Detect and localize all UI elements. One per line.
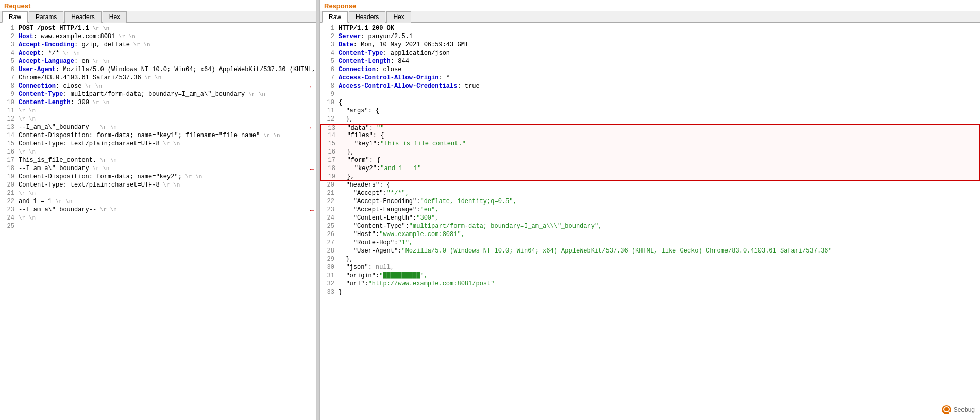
request-line-22: 22and 1 = 1 \r \n xyxy=(0,198,316,206)
response-line-33: 33} xyxy=(320,289,980,297)
response-code-area: 1HTTP/1.1 200 OK2Server: panyun/2.5.13Da… xyxy=(320,23,980,420)
response-tab-bar: Raw Headers Hex xyxy=(320,11,980,23)
response-line-10: 10{ xyxy=(320,99,980,107)
request-line-23: 23--I_am_a\"_boundary-- \r \n← xyxy=(0,206,316,214)
request-line-2: 2Host: www.example.com:8081 \r \n xyxy=(0,33,316,41)
response-line-32: 32 "url":"http://www.example.com:8081/po… xyxy=(320,280,980,289)
response-line-21: 21 "Accept":"*/*", xyxy=(320,190,980,198)
response-line-25: 25 "Content-Type":"multipart/form-data; … xyxy=(320,223,980,231)
request-line-18: 18--I_am_a\"_boundary \r \n← xyxy=(0,165,316,173)
response-line-12: 12 }, xyxy=(320,115,980,124)
request-line-4: 4Accept: */* \r \n xyxy=(0,49,316,58)
response-line-20: 20 "headers": { xyxy=(320,181,980,190)
response-line-6: 6Connection: close xyxy=(320,66,980,74)
response-line-14: 14 "files": { xyxy=(320,132,980,140)
response-line-26: 26 "Host":"www.example.com:8081", xyxy=(320,231,980,239)
response-tab-hex[interactable]: Hex xyxy=(386,11,411,23)
response-line-19: 19 }, xyxy=(320,173,980,181)
request-line-10: 10Content-Length: 300 \r \n xyxy=(0,99,316,107)
request-line-21: 21\r \n xyxy=(0,190,316,198)
request-tab-params[interactable]: Params xyxy=(29,11,63,23)
response-line-31: 31 "origin":"██████████", xyxy=(320,272,980,280)
response-line-27: 27 "Route-Hop":"1", xyxy=(320,239,980,247)
response-line-17: 17 "form": { xyxy=(320,157,980,165)
request-line-19: 19Content-Disposition: form-data; name="… xyxy=(0,173,316,181)
response-line-28: 28 "User-Agent":"Mozilla/5.0 (Windows NT… xyxy=(320,247,980,256)
request-line-6: 6User-Agent: Mozilla/5.0 (Windows NT 10.… xyxy=(0,66,316,74)
request-tab-hex[interactable]: Hex xyxy=(103,11,127,23)
response-line-8: 8Access-Control-Allow-Credentials: true xyxy=(320,82,980,91)
response-line-13: 13 "data": "" xyxy=(320,124,980,132)
request-line-16: 16\r \n xyxy=(0,148,316,157)
response-line-7: 7Access-Control-Allow-Origin: * xyxy=(320,74,980,82)
response-tab-headers[interactable]: Headers xyxy=(349,11,385,23)
response-line-23: 23 "Accept-Language":"en", xyxy=(320,206,980,214)
request-line-1: 1POST /post HTTP/1.1 \r \n xyxy=(0,25,316,33)
seebug-watermark: Seebug xyxy=(941,405,975,415)
response-line-22: 22 "Accept-Encoding":"deflate, identity;… xyxy=(320,198,980,206)
request-line-14: 14Content-Disposition: form-data; name="… xyxy=(0,132,316,140)
request-line-7: 7Chrome/83.0.4103.61 Safari/537.36 \r \n xyxy=(0,74,316,82)
response-line-15: 15 "key1":"This_is_file_content." xyxy=(320,140,980,148)
seebug-text: Seebug xyxy=(954,406,975,413)
request-line-15: 15Content-Type: text/plain;charset=UTF-8… xyxy=(0,140,316,148)
request-line-9: 9Content-Type: multipart/form-data; boun… xyxy=(0,91,316,99)
response-line-16: 16 }, xyxy=(320,148,980,157)
request-line-24: 24\r \n xyxy=(0,214,316,223)
request-tab-bar: Raw Params Headers Hex xyxy=(0,11,316,23)
response-line-11: 11 "args": { xyxy=(320,107,980,115)
response-line-30: 30 "json": null, xyxy=(320,264,980,272)
response-line-24: 24 "Content-Length":"300", xyxy=(320,214,980,223)
request-tab-headers[interactable]: Headers xyxy=(64,11,101,23)
response-tab-raw[interactable]: Raw xyxy=(322,11,348,23)
response-line-2: 2Server: panyun/2.5.1 xyxy=(320,33,980,41)
request-tab-raw[interactable]: Raw xyxy=(2,11,28,23)
request-line-8: 8Connection: close \r \n← xyxy=(0,82,316,91)
response-line-4: 4Content-Type: application/json xyxy=(320,49,980,58)
response-title: Response xyxy=(320,0,980,11)
request-line-3: 3Accept-Encoding: gzip, deflate \r \n xyxy=(0,41,316,49)
request-line-12: 12\r \n xyxy=(0,115,316,124)
response-line-9: 9 xyxy=(320,91,980,99)
response-line-3: 3Date: Mon, 10 May 2021 06:59:43 GMT xyxy=(320,41,980,49)
response-line-5: 5Content-Length: 844 xyxy=(320,58,980,66)
response-line-18: 18 "key2":"and 1 = 1" xyxy=(320,165,980,173)
request-code-area: 1POST /post HTTP/1.1 \r \n2Host: www.exa… xyxy=(0,23,316,420)
request-line-5: 5Accept-Language: en \r \n xyxy=(0,58,316,66)
request-line-17: 17This_is_file_content. \r \n xyxy=(0,157,316,165)
request-line-11: 11\r \n xyxy=(0,107,316,115)
request-title: Request xyxy=(0,0,316,11)
response-line-1: 1HTTP/1.1 200 OK xyxy=(320,25,980,33)
request-line-25: 25 xyxy=(0,223,316,231)
request-line-13: 13--I_am_a\"_boundary \r \n← xyxy=(0,124,316,132)
request-line-20: 20Content-Type: text/plain;charset=UTF-8… xyxy=(0,181,316,190)
response-line-29: 29 }, xyxy=(320,256,980,264)
